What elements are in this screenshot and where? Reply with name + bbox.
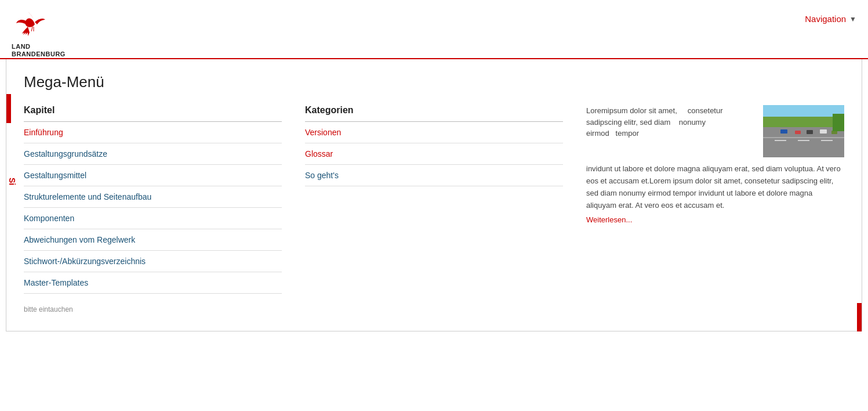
logo-area: LAND BRANDENBURG <box>12 7 66 58</box>
menu-item-strukturelemente[interactable]: Strukturelemente und Seitenaufbau <box>24 186 282 208</box>
menu-item-versionen[interactable]: Versionen <box>305 122 563 143</box>
logo-icon <box>12 7 58 42</box>
kapitel-heading: Kapitel <box>24 105 282 122</box>
kategorien-column: Kategorien Versionen Glossar So geht's <box>305 105 563 294</box>
menu-item-komponenten[interactable]: Komponenten <box>24 208 282 229</box>
highway-image <box>763 105 844 157</box>
menu-item-einfuehrung[interactable]: Einführung <box>24 122 282 143</box>
chevron-down-icon: ▼ <box>849 15 856 23</box>
weiterlesen-link[interactable]: Weiterlesen... <box>586 215 844 224</box>
sidebar-partial-text: Si <box>6 175 18 188</box>
mega-menu: Si Mega-Menü Kapitel Einführung Gestaltu… <box>6 59 862 331</box>
menu-item-glossar[interactable]: Glossar <box>305 143 563 165</box>
right-red-bar <box>857 303 862 331</box>
svg-rect-5 <box>798 140 809 141</box>
article-body: invidunt ut labore et dolore magna aliqu… <box>586 163 844 211</box>
menu-item-stichwort[interactable]: Stichwort-/Abkürzungsverzeichnis <box>24 251 282 272</box>
mega-menu-columns: Kapitel Einführung Gestaltungsgrundsätze… <box>24 105 844 294</box>
teaser-column: Loremipsum dolor sit amet, consetetur sa… <box>586 105 844 294</box>
article-teaser-text-short: Loremipsum dolor sit amet, consetetur sa… <box>586 105 757 157</box>
menu-item-master-templates[interactable]: Master-Templates <box>24 272 282 294</box>
menu-item-abweichungen[interactable]: Abweichungen vom Regelwerk <box>24 229 282 251</box>
article-preview: Loremipsum dolor sit amet, consetetur sa… <box>586 105 844 157</box>
svg-rect-10 <box>820 129 827 134</box>
svg-rect-6 <box>821 140 833 141</box>
svg-rect-8 <box>795 131 801 134</box>
left-red-bar <box>6 94 11 123</box>
bottom-partial-text: bitte eintauchen <box>24 305 844 313</box>
svg-rect-9 <box>807 130 813 134</box>
menu-item-gestaltungsmittel[interactable]: Gestaltungsmittel <box>24 165 282 186</box>
kategorien-heading: Kategorien <box>305 105 563 122</box>
logo-text: LAND BRANDENBURG <box>12 43 66 58</box>
svg-rect-7 <box>780 129 787 134</box>
menu-item-gestaltungsgrundsaetze[interactable]: Gestaltungsgrundsätze <box>24 143 282 165</box>
navigation-label: Navigation <box>805 14 846 24</box>
svg-rect-13 <box>833 114 844 131</box>
svg-rect-4 <box>775 140 786 141</box>
menu-item-so-gehts[interactable]: So geht's <box>305 165 563 186</box>
mega-menu-title: Mega-Menü <box>24 73 844 91</box>
site-header: LAND BRANDENBURG Navigation ▼ <box>0 0 868 59</box>
navigation-button[interactable]: Navigation ▼ <box>805 9 856 28</box>
kapitel-column: Kapitel Einführung Gestaltungsgrundsätze… <box>24 105 282 294</box>
